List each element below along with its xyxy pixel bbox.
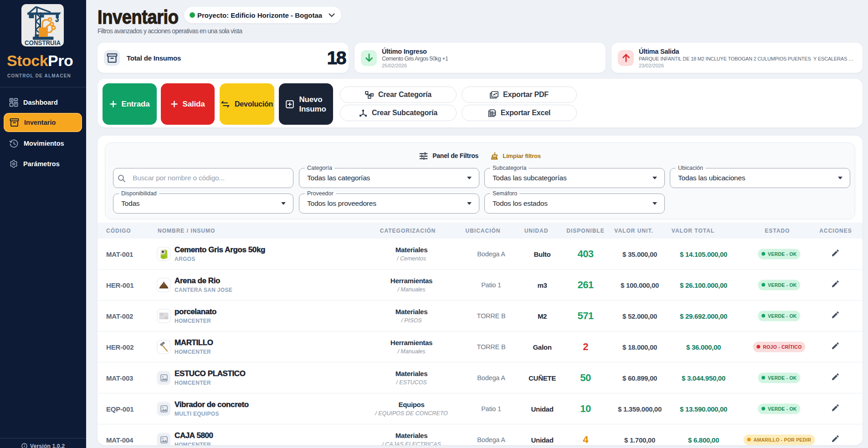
svg-text:CONSTRUIA: CONSTRUIA [25,39,61,46]
